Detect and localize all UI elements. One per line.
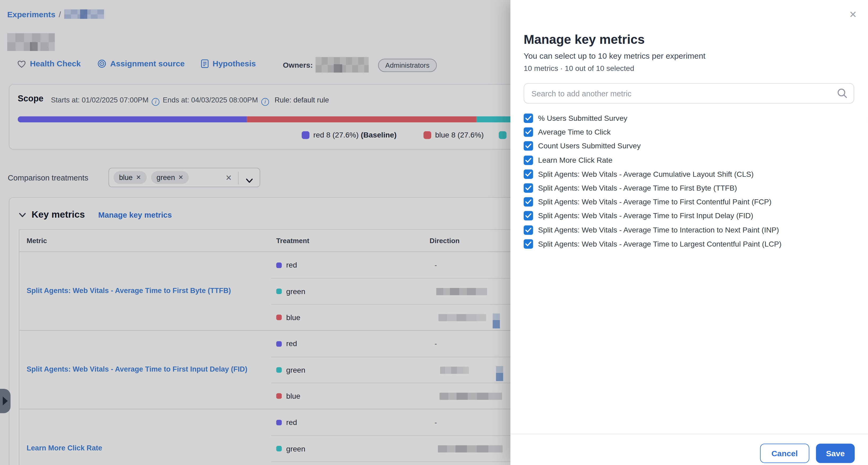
- screen: Experiments/ Health Check Assignment sou…: [0, 0, 868, 465]
- panel-footer: Cancel Save: [510, 434, 868, 465]
- checkbox-checked-icon[interactable]: [524, 114, 533, 123]
- metric-option[interactable]: Average Time to Click: [524, 125, 859, 139]
- metric-option[interactable]: Split Agents: Web Vitals - Average Time …: [524, 209, 859, 223]
- metric-option[interactable]: Split Agents: Web Vitals - Average Cumul…: [524, 167, 859, 181]
- panel-subtitle: You can select up to 10 key metrics per …: [524, 52, 705, 60]
- metric-option[interactable]: Count Users Submitted Survey: [524, 139, 859, 153]
- checkbox-checked-icon[interactable]: [524, 197, 533, 206]
- checkbox-checked-icon[interactable]: [524, 183, 533, 193]
- metric-option[interactable]: Split Agents: Web Vitals - Average Time …: [524, 237, 859, 251]
- metric-option[interactable]: Learn More Click Rate: [524, 153, 859, 167]
- manage-key-metrics-panel: ✕ Manage key metrics You can select up t…: [510, 0, 868, 465]
- checkbox-checked-icon[interactable]: [524, 128, 533, 137]
- checkbox-checked-icon[interactable]: [524, 142, 533, 151]
- cancel-button[interactable]: Cancel: [760, 443, 809, 463]
- close-icon[interactable]: ✕: [849, 9, 857, 21]
- checkbox-checked-icon[interactable]: [524, 155, 533, 165]
- checkbox-checked-icon[interactable]: [524, 169, 533, 179]
- search-icon: [837, 88, 847, 101]
- save-button[interactable]: Save: [816, 443, 855, 463]
- metrics-count-text: 10 metrics · 10 out of 10 selected: [524, 64, 634, 72]
- metric-option[interactable]: Split Agents: Web Vitals - Average Time …: [524, 195, 859, 209]
- checkbox-checked-icon[interactable]: [524, 225, 533, 234]
- search-input[interactable]: [524, 83, 854, 104]
- checkbox-checked-icon[interactable]: [524, 239, 533, 249]
- metric-option[interactable]: % Users Submitted Survey: [524, 111, 859, 125]
- panel-title: Manage key metrics: [524, 32, 645, 47]
- metric-option[interactable]: Split Agents: Web Vitals - Average Time …: [524, 181, 859, 195]
- metric-search: [524, 83, 854, 104]
- checkbox-checked-icon[interactable]: [524, 211, 533, 221]
- metric-option[interactable]: Split Agents: Web Vitals - Average Time …: [524, 223, 859, 237]
- metric-checkbox-list: % Users Submitted Survey Average Time to…: [524, 111, 859, 251]
